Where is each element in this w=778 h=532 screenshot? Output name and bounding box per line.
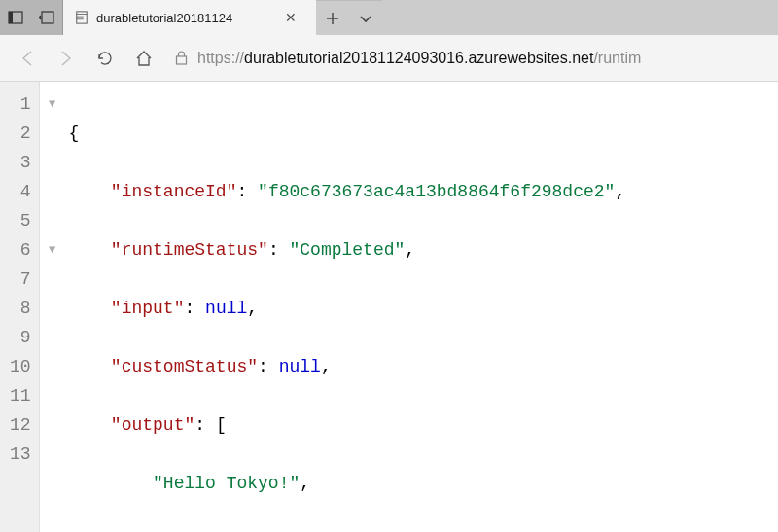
- tab-title: durabletutorial20181124: [96, 11, 271, 25]
- fold-toggle-icon[interactable]: ▼: [49, 89, 55, 119]
- svg-rect-2: [42, 12, 53, 23]
- fold-toggle-icon[interactable]: ▼: [49, 235, 55, 265]
- json-string: Hello Tokyo!: [163, 474, 290, 493]
- json-string: Completed: [300, 240, 394, 260]
- line-number: 1: [10, 89, 31, 119]
- page-icon: [75, 11, 88, 24]
- line-number: 10: [10, 352, 31, 381]
- line-number: 2: [10, 119, 31, 148]
- json-viewer: 1 2 3 4 5 6 7 8 9 10 11 12 13 ▼ ▼ { "ins…: [0, 82, 778, 532]
- line-number: 3: [10, 148, 31, 177]
- back-button[interactable]: [8, 39, 47, 78]
- new-tab-button[interactable]: [316, 1, 349, 35]
- json-null: null: [279, 357, 321, 376]
- json-key: runtimeStatus: [122, 240, 258, 260]
- json-key: input: [122, 299, 174, 318]
- forward-button[interactable]: [47, 39, 86, 78]
- json-key: customStatus: [122, 357, 248, 376]
- line-number: 7: [10, 265, 31, 294]
- line-number: 4: [10, 177, 31, 206]
- window-tab-controls: [0, 0, 63, 35]
- svg-rect-7: [177, 56, 187, 64]
- line-number: 12: [10, 410, 31, 440]
- line-number: 5: [10, 206, 31, 235]
- json-null: null: [205, 299, 247, 318]
- line-number: 6: [10, 235, 31, 265]
- svg-rect-1: [9, 12, 13, 23]
- tab-bar-rest: [316, 0, 382, 35]
- url-path: /runtim: [593, 50, 641, 67]
- svg-rect-3: [77, 12, 88, 23]
- lock-icon: [175, 51, 188, 65]
- url-host: durabletutorial20181124093016.azurewebsi…: [244, 50, 593, 67]
- address-bar[interactable]: https://durabletutorial20181124093016.az…: [171, 42, 770, 75]
- fold-column: ▼ ▼: [40, 82, 65, 532]
- browser-tab-active[interactable]: durabletutorial20181124 ✕: [63, 0, 316, 35]
- json-key: instanceId: [122, 182, 227, 201]
- json-string: f80c673673ac4a13bd8864f6f298dce2: [268, 182, 605, 201]
- tab-aside-icon[interactable]: [0, 0, 31, 35]
- url-protocol: https://: [197, 50, 244, 67]
- refresh-button[interactable]: [86, 39, 124, 78]
- navbar: https://durabletutorial20181124093016.az…: [0, 35, 778, 82]
- set-aside-tabs-icon[interactable]: [31, 0, 62, 35]
- tabs-dropdown-icon[interactable]: [349, 1, 382, 35]
- line-number-gutter: 1 2 3 4 5 6 7 8 9 10 11 12 13: [0, 82, 40, 532]
- home-button[interactable]: [124, 39, 163, 78]
- titlebar: durabletutorial20181124 ✕: [0, 0, 778, 35]
- line-number: 11: [10, 381, 31, 410]
- code-content[interactable]: { "instanceId": "f80c673673ac4a13bd8864f…: [65, 82, 778, 532]
- line-number: 8: [10, 294, 31, 323]
- close-icon[interactable]: ✕: [285, 10, 297, 25]
- line-number: 9: [10, 323, 31, 352]
- line-number: 13: [10, 440, 31, 469]
- json-key: output: [122, 415, 185, 435]
